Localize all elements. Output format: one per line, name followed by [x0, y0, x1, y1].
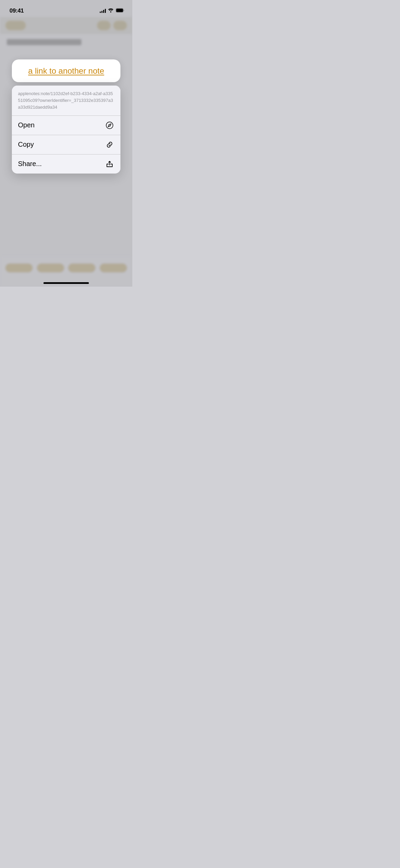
open-menu-item[interactable]: Open [12, 116, 120, 135]
svg-rect-2 [116, 9, 123, 12]
home-indicator [43, 282, 89, 284]
link-bubble: a link to another note [12, 59, 120, 82]
compass-icon [105, 121, 114, 130]
url-text: applenotes:note/1102d2ef-b233-4334-a2af-… [18, 91, 113, 110]
svg-point-4 [109, 125, 110, 126]
share-label: Share... [18, 160, 42, 168]
share-icon [105, 159, 114, 169]
link-icon [105, 140, 114, 149]
wifi-icon [108, 8, 114, 14]
open-label: Open [18, 121, 35, 129]
url-section: applenotes:note/1102d2ef-b233-4334-a2af-… [12, 86, 120, 116]
share-menu-item[interactable]: Share... [12, 155, 120, 174]
copy-label: Copy [18, 141, 34, 148]
popup-area: a link to another note applenotes:note/1… [0, 0, 132, 287]
link-text: a link to another note [28, 66, 104, 76]
copy-menu-item[interactable]: Copy [12, 135, 120, 155]
battery-icon [116, 8, 125, 14]
context-menu: applenotes:note/1102d2ef-b233-4334-a2af-… [12, 86, 120, 174]
svg-point-0 [110, 11, 112, 13]
status-bar: 09:41 [0, 0, 132, 17]
status-time: 09:41 [9, 7, 24, 14]
signal-icon [100, 9, 106, 13]
status-icons [100, 8, 125, 14]
